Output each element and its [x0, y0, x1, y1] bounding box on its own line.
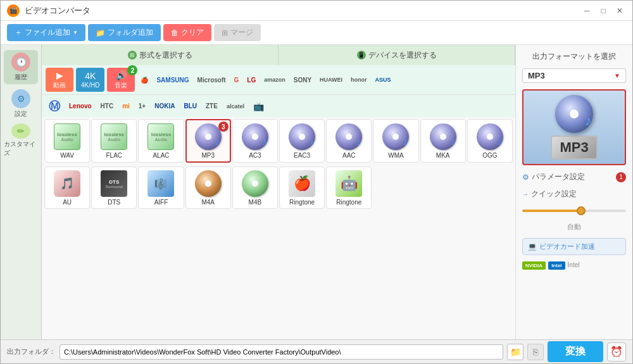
- format-wav[interactable]: lossless Audio WAV: [44, 119, 90, 163]
- amazon-logo[interactable]: amazon: [261, 75, 289, 84]
- xiaomi-logo[interactable]: mi: [119, 101, 133, 111]
- format-ac3[interactable]: ♪ AC3: [232, 119, 278, 163]
- sidebar-item-customize[interactable]: ✏ カスタマイズ: [4, 123, 38, 158]
- device-logos: 🍎 SAMSUNG Microsoft G LG amazon SONY HUA…: [137, 75, 394, 85]
- intel-label: Intel: [568, 261, 580, 270]
- speed-slider[interactable]: [522, 210, 626, 212]
- add-folder-button[interactable]: 📁 フォルダ追加: [88, 24, 161, 41]
- app-icon: 🎬: [7, 4, 20, 17]
- format-m4a[interactable]: M4A: [185, 166, 231, 209]
- window-title: ビデオコンバータ: [25, 5, 91, 16]
- hd-icon: 4K: [85, 71, 96, 81]
- asus-logo[interactable]: ASUS: [372, 75, 394, 84]
- minimize-button[interactable]: ─: [580, 4, 593, 17]
- format-grid-row2: 🎵 AU DTS Surround DTS: [42, 165, 515, 211]
- huawei-logo[interactable]: HUAWEI: [316, 75, 346, 84]
- samsung-logo[interactable]: SAMSUNG: [153, 75, 192, 85]
- audio-badge: 2: [127, 65, 137, 75]
- mp3-preview: ♪ MP3: [522, 89, 626, 165]
- format-au[interactable]: 🎵 AU: [44, 166, 90, 209]
- format-tab-icon: ⊞: [128, 51, 137, 60]
- left-sidebar: 🕐 履歴 ⚙ 設定 ✏ カスタマイズ: [1, 45, 42, 339]
- intel-badge: Intel: [548, 261, 565, 270]
- right-panel: 出力フォーマットを選択 MP3 ▼ ♪ MP3 ⚙ パラメータ設定: [515, 45, 632, 339]
- lenovo-logo[interactable]: Lenovo: [66, 101, 95, 111]
- intel-icon: Intel: [551, 263, 561, 268]
- blu-logo[interactable]: BLU: [180, 101, 200, 111]
- format-aac[interactable]: ♪ AAC: [326, 119, 372, 163]
- mp3-preview-inner: ♪ MP3: [551, 95, 597, 160]
- open-folder-button[interactable]: 📁: [507, 344, 523, 360]
- param-settings-label: ⚙ パラメータ設定: [522, 172, 585, 182]
- param-settings-icon: ⚙: [522, 173, 529, 182]
- video-category-button[interactable]: ▶ 動画: [46, 68, 73, 92]
- format-ringtone-android[interactable]: 🤖 Ringtone: [326, 166, 372, 209]
- convert-button[interactable]: 変換: [548, 341, 603, 362]
- audio-icon: 🔊: [116, 70, 127, 80]
- alcatel-logo[interactable]: alcatel: [223, 102, 248, 111]
- copy-path-button[interactable]: ⎘: [527, 344, 544, 360]
- format-wma[interactable]: ♪ WMA: [373, 119, 418, 163]
- honor-logo[interactable]: honor: [348, 75, 370, 84]
- music-note-icon: ♪: [585, 113, 592, 129]
- format-eac3[interactable]: ♪ EAC3: [279, 119, 325, 163]
- plus-icon: ＋: [15, 27, 22, 38]
- speed-label: 自動: [522, 222, 626, 232]
- maximize-button[interactable]: □: [597, 4, 610, 17]
- format-alac[interactable]: lossless Audio ALAC: [138, 119, 184, 163]
- sidebar-item-history[interactable]: 🕐 履歴: [4, 50, 38, 84]
- format-ringtone-apple[interactable]: 🍎 Ringtone: [279, 166, 325, 209]
- quick-settings-arrow-icon: →: [522, 191, 529, 198]
- output-folder-label: 出力フォルダ：: [7, 347, 56, 356]
- alarm-button[interactable]: ⏰: [607, 342, 626, 361]
- output-format-title: 出力フォーマットを選択: [522, 51, 626, 62]
- merge-icon: ⊞: [222, 28, 228, 37]
- video-accel-button[interactable]: 💻 ビデオカード加速: [522, 238, 626, 255]
- google-logo[interactable]: G: [231, 75, 242, 85]
- trash-icon: 🗑: [171, 28, 179, 37]
- device-tab-icon: 📱: [357, 51, 366, 60]
- quick-settings-label: → クイック設定: [522, 189, 626, 199]
- empty-cell-2: [420, 166, 466, 209]
- tv-logo[interactable]: 📺: [250, 100, 267, 113]
- nokia-logo[interactable]: NOKIA: [151, 101, 178, 111]
- dropdown-arrow-icon: ▼: [614, 72, 620, 79]
- format-mka[interactable]: ♪ MKA: [420, 119, 466, 163]
- merge-button[interactable]: ⊞ マージ: [214, 24, 261, 41]
- output-path-input[interactable]: [60, 344, 503, 360]
- tab-device[interactable]: 📱 デバイスを選択する: [279, 45, 515, 65]
- format-mp3[interactable]: ♪ MP3 3: [185, 119, 231, 163]
- speed-slider-thumb[interactable]: [577, 206, 586, 215]
- gpu-logos: NVIDIA Intel Intel: [522, 261, 626, 270]
- clear-button[interactable]: 🗑 クリア: [163, 24, 211, 41]
- video-icon: ▶: [56, 70, 63, 80]
- hd-category-button[interactable]: 4K 4K/HD: [76, 68, 104, 92]
- tab-format[interactable]: ⊞ 形式を選択する: [42, 45, 279, 65]
- main-window: 🎬 ビデオコンバータ ─ □ ✕ ＋ ファイル追加 ▼ 📁 フォルダ追加 🗑 ク…: [0, 0, 633, 364]
- zte-logo[interactable]: ZTE: [203, 101, 221, 111]
- sidebar-item-settings[interactable]: ⚙ 設定: [4, 87, 38, 121]
- lg-logo[interactable]: LG: [244, 75, 259, 85]
- format-ogg[interactable]: ♪ OGG: [467, 119, 513, 163]
- title-bar: 🎬 ビデオコンバータ ─ □ ✕: [1, 1, 632, 21]
- sony-logo[interactable]: SONY: [291, 75, 315, 85]
- history-icon: 🕐: [11, 53, 30, 72]
- window-controls: ─ □ ✕: [580, 4, 626, 17]
- htc-logo[interactable]: HTC: [97, 101, 117, 111]
- format-flac[interactable]: lossless Audio FLAC: [91, 119, 137, 163]
- format-dts[interactable]: DTS Surround DTS: [91, 166, 137, 209]
- format-m4b[interactable]: M4B: [232, 166, 278, 209]
- audio-category-button[interactable]: 🔊 音楽 2: [107, 68, 135, 92]
- mp3-disc-icon: ♪: [555, 95, 593, 133]
- output-format-selector[interactable]: MP3 ▼: [522, 68, 626, 83]
- format-grid-row1: lossless Audio WAV lossless Audio FLAC: [42, 117, 515, 165]
- apple-logo[interactable]: 🍎: [137, 75, 151, 85]
- microsoft-logo[interactable]: Microsoft: [194, 75, 229, 85]
- nvidia-badge: NVIDIA: [522, 261, 546, 270]
- main-content: 🕐 履歴 ⚙ 設定 ✏ カスタマイズ ⊞ 形式を選択する 📱: [1, 45, 632, 339]
- close-button[interactable]: ✕: [613, 4, 626, 17]
- add-file-button[interactable]: ＋ ファイル追加 ▼: [7, 24, 85, 41]
- oneplus-logo[interactable]: 1+: [135, 101, 149, 111]
- format-aiff[interactable]: 🎼 AIFF: [138, 166, 184, 209]
- motorola-logo[interactable]: Ⓜ: [46, 97, 63, 115]
